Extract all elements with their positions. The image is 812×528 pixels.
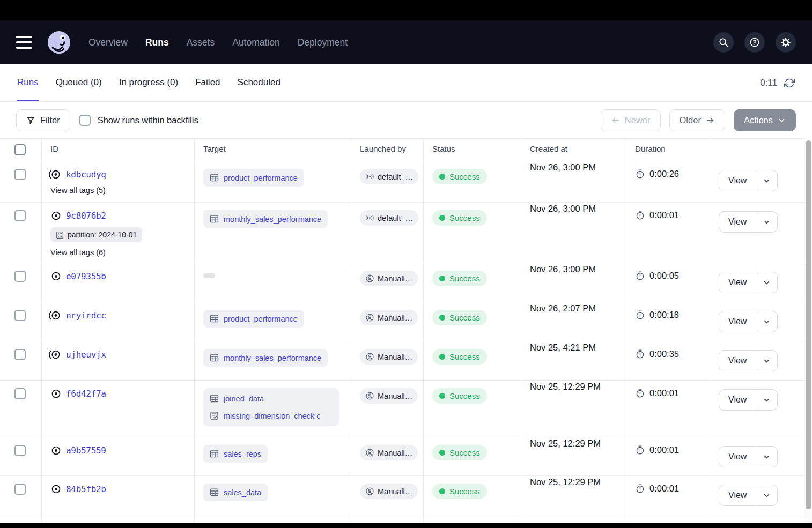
target-asset-link[interactable]: joined_data bbox=[210, 394, 333, 403]
target-asset-link[interactable]: monthly_sales_performance bbox=[203, 349, 328, 367]
row-checkbox[interactable] bbox=[14, 310, 26, 321]
row-checkbox[interactable] bbox=[14, 445, 26, 456]
view-dropdown-button[interactable] bbox=[756, 170, 777, 191]
row-checkbox[interactable] bbox=[14, 484, 26, 495]
view-dropdown-button[interactable] bbox=[756, 485, 777, 505]
view-button[interactable]: View bbox=[719, 390, 756, 410]
search-button[interactable] bbox=[713, 32, 734, 53]
launched-by-tag[interactable]: Manuall… bbox=[360, 445, 418, 460]
reexecuted-run-icon bbox=[47, 349, 62, 360]
view-button[interactable]: View bbox=[719, 272, 756, 293]
view-button[interactable]: View bbox=[719, 351, 756, 371]
older-button[interactable]: Older bbox=[669, 109, 725, 131]
target-asset-link[interactable]: sales_reps bbox=[203, 445, 268, 463]
view-button[interactable]: View bbox=[719, 170, 756, 191]
tab-queued[interactable]: Queued (0) bbox=[56, 64, 102, 101]
target-asset-link[interactable]: product_performance bbox=[203, 310, 304, 328]
tab-scheduled[interactable]: Scheduled bbox=[238, 64, 280, 101]
runs-page: Overview Runs Assets Automation Deployme… bbox=[0, 0, 812, 528]
select-all-checkbox[interactable] bbox=[14, 144, 26, 155]
menu-icon[interactable] bbox=[16, 36, 32, 49]
launched-by-tag[interactable]: default_… bbox=[360, 210, 418, 226]
view-dropdown-button[interactable] bbox=[756, 447, 777, 467]
row-checkbox[interactable] bbox=[14, 349, 26, 360]
nav-item-automation[interactable]: Automation bbox=[232, 37, 280, 48]
launched-by-tag[interactable]: Manuall… bbox=[360, 310, 418, 325]
chevron-down-icon bbox=[763, 396, 771, 404]
view-dropdown-button[interactable] bbox=[756, 351, 777, 371]
run-id-link[interactable]: nryirdcc bbox=[66, 310, 106, 321]
reexecuted-run-icon bbox=[47, 169, 62, 180]
view-dropdown-button[interactable] bbox=[756, 212, 777, 232]
success-dot-icon bbox=[439, 450, 445, 456]
created-at: Nov 26, 2:07 PM bbox=[521, 302, 626, 341]
target-asset-link[interactable]: product_performance bbox=[203, 169, 304, 187]
scrollbar-thumb[interactable] bbox=[806, 140, 811, 509]
launched-by-tag[interactable]: Manuall… bbox=[360, 349, 418, 365]
row-checkbox[interactable] bbox=[14, 210, 26, 221]
created-at: Nov 26, 3:00 PM bbox=[521, 161, 626, 202]
nav-item-assets[interactable]: Assets bbox=[187, 37, 215, 48]
success-dot-icon bbox=[439, 393, 445, 399]
header-target: Target bbox=[195, 139, 351, 161]
view-dropdown-button[interactable] bbox=[756, 272, 777, 293]
success-dot-icon bbox=[439, 215, 445, 221]
target-group: joined_data missing_dimension_check c bbox=[203, 388, 339, 426]
run-id-link[interactable]: ujheuvjx bbox=[66, 349, 106, 360]
created-at: Nov 25, 12:29 PM bbox=[521, 437, 626, 475]
partition-tag[interactable]: partition: 2024-10-01 bbox=[50, 227, 142, 242]
nav-item-deployment[interactable]: Deployment bbox=[298, 37, 348, 48]
newer-button[interactable]: Newer bbox=[601, 109, 661, 131]
window-top-strip bbox=[0, 0, 812, 20]
tab-failed[interactable]: Failed bbox=[195, 64, 220, 101]
asset-icon bbox=[210, 314, 219, 323]
launched-by-tag[interactable]: Manuall… bbox=[360, 484, 418, 499]
sensor-icon bbox=[365, 213, 374, 222]
view-all-tags-link[interactable]: View all tags (5) bbox=[50, 186, 187, 195]
launched-by-tag[interactable]: default_… bbox=[360, 169, 418, 184]
dagster-logo[interactable] bbox=[46, 29, 72, 55]
view-button[interactable]: View bbox=[719, 212, 756, 232]
actions-button[interactable]: Actions bbox=[734, 109, 796, 131]
filter-button[interactable]: Filter bbox=[16, 109, 70, 131]
created-at: Nov 25, 4:21 PM bbox=[521, 341, 626, 380]
view-all-tags-link[interactable]: View all tags (6) bbox=[50, 248, 187, 257]
view-button[interactable]: View bbox=[719, 447, 756, 467]
table-row: 84b5fb2b sales_data Manuall… Success bbox=[0, 475, 804, 515]
view-dropdown-button[interactable] bbox=[756, 390, 777, 410]
asset-check-icon bbox=[210, 411, 219, 420]
target-asset-check-link[interactable]: missing_dimension_check c bbox=[210, 411, 333, 420]
status-badge: Success bbox=[432, 271, 487, 286]
target-asset-link[interactable]: sales_data bbox=[203, 484, 268, 501]
row-checkbox[interactable] bbox=[14, 388, 26, 399]
launched-by-tag[interactable]: Manuall… bbox=[360, 388, 418, 404]
refresh-button[interactable] bbox=[784, 78, 795, 88]
runs-table: ID Target Launched by Status Created at … bbox=[0, 138, 804, 523]
table-row-partial bbox=[0, 515, 804, 523]
view-dropdown-button[interactable] bbox=[756, 311, 777, 332]
run-id-link[interactable]: a9b57559 bbox=[66, 445, 106, 456]
run-id-link[interactable]: f6d42f7a bbox=[66, 389, 106, 399]
created-at: Nov 25, 12:29 PM bbox=[521, 381, 626, 437]
help-button[interactable] bbox=[744, 32, 765, 53]
vertical-scrollbar[interactable] bbox=[804, 140, 812, 523]
run-id-link[interactable]: kdbcudyq bbox=[66, 169, 106, 180]
chevron-down-icon bbox=[778, 116, 786, 124]
launched-by-tag[interactable]: Manuall… bbox=[360, 271, 418, 286]
tab-runs[interactable]: Runs bbox=[17, 64, 39, 101]
nav-item-runs[interactable]: Runs bbox=[145, 37, 169, 48]
run-id-link[interactable]: 84b5fb2b bbox=[66, 484, 106, 494]
settings-button[interactable] bbox=[776, 32, 796, 53]
tab-in-progress[interactable]: In progress (0) bbox=[119, 64, 179, 101]
run-id-link[interactable]: 9c8076b2 bbox=[66, 211, 106, 221]
table-row: a9b57559 sales_reps Manuall… Success bbox=[0, 437, 804, 475]
backfills-checkbox[interactable] bbox=[79, 115, 91, 126]
row-checkbox[interactable] bbox=[14, 169, 26, 180]
nav-item-overview[interactable]: Overview bbox=[88, 37, 128, 48]
runs-tabbar: Runs Queued (0) In progress (0) Failed S… bbox=[0, 64, 812, 102]
row-checkbox[interactable] bbox=[14, 271, 26, 282]
view-button[interactable]: View bbox=[719, 311, 756, 332]
view-button[interactable]: View bbox=[719, 485, 756, 505]
target-asset-link[interactable]: monthly_sales_performance bbox=[203, 210, 328, 228]
run-id-link[interactable]: e079355b bbox=[66, 271, 106, 281]
